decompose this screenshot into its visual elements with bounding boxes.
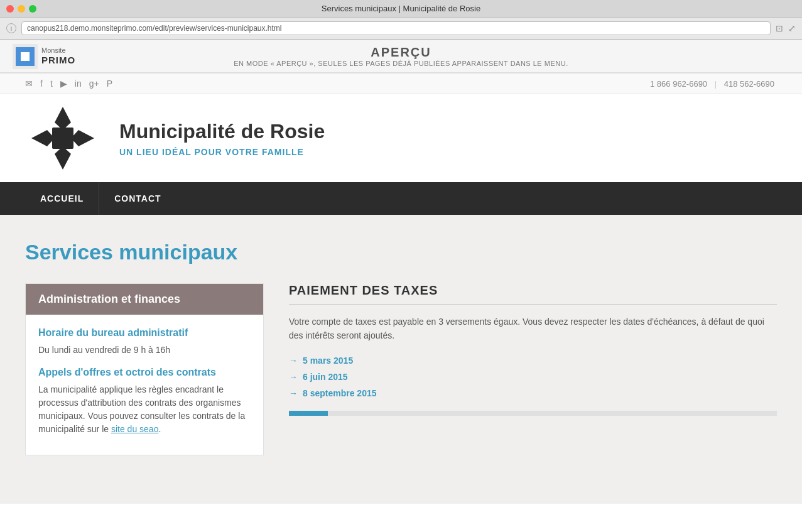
tax-date-2: → 6 juin 2015: [289, 372, 777, 382]
right-panel: PAIEMENT DES TAXES Votre compte de taxes…: [289, 283, 777, 455]
reader-icon[interactable]: ⊡: [776, 23, 783, 33]
browser-titlebar: Services municipaux | Municipalité de Ro…: [0, 0, 802, 18]
progress-bar-container: [289, 411, 777, 416]
site-subtitle: UN LIEU IDÉAL POUR VOTRE FAMILLE: [119, 147, 325, 157]
tax-title: PAIEMENT DES TAXES: [289, 283, 777, 305]
bookmark-icon[interactable]: ⤢: [788, 23, 796, 33]
left-panel: Administration et finances Horaire du bu…: [25, 283, 264, 455]
nav-list: ACCUEIL CONTACT: [25, 182, 777, 215]
tax-dates-list: → 5 mars 2015 → 6 juin 2015 → 8 septembr…: [289, 356, 777, 398]
svg-marker-1: [55, 146, 71, 170]
section-title-appels: Appels d'offres et octroi des contrats: [38, 367, 251, 378]
section-text-horaire: Du lundi au vendredi de 9 h à 16h: [38, 344, 251, 357]
apercu-title: APERÇU: [234, 45, 568, 60]
arrow-icon-2: →: [289, 372, 298, 382]
panel-body: Horaire du bureau administratif Du lundi…: [26, 315, 263, 455]
svg-marker-0: [55, 107, 71, 130]
phone1: 1 866 962-6690: [650, 79, 707, 89]
arrow-icon-3: →: [289, 388, 298, 398]
page-title: Services municipaux: [25, 240, 777, 264]
traffic-lights: [6, 5, 36, 13]
browser-urlbar: i canopus218.demo.monsiteprimo.com/edit/…: [0, 18, 802, 40]
tax-date-link-1[interactable]: 5 mars 2015: [303, 356, 353, 366]
browser-title: Services municipaux | Municipalité de Ro…: [322, 4, 480, 13]
site-title: Municipalité de Rosie: [119, 120, 325, 143]
section-text-appels: La municipalité applique les règles enca…: [38, 383, 251, 436]
apercu-subtitle: EN MODE « APERÇU », SEULES LES PAGES DÉJ…: [234, 60, 568, 67]
primo-logo-text: Monsite PRIMO: [41, 46, 75, 66]
panel-header: Administration et finances: [26, 284, 263, 315]
tax-date-1: → 5 mars 2015: [289, 356, 777, 366]
facebook-icon[interactable]: f: [40, 79, 43, 89]
youtube-icon[interactable]: ▶: [60, 79, 67, 89]
primo-banner: Monsite PRIMO APERÇU EN MODE « APERÇU »,…: [0, 40, 802, 73]
primo-logo: Monsite PRIMO: [13, 44, 75, 69]
pinterest-icon[interactable]: P: [107, 79, 112, 89]
content-grid: Administration et finances Horaire du bu…: [25, 283, 777, 455]
nav-link-contact[interactable]: CONTACT: [99, 182, 176, 215]
traffic-light-red[interactable]: [6, 5, 14, 13]
linkedin-icon[interactable]: in: [75, 79, 82, 89]
nav-item-contact: CONTACT: [99, 182, 176, 215]
phone-separator: |: [715, 79, 717, 89]
email-icon[interactable]: ✉: [25, 79, 33, 89]
tax-date-link-2[interactable]: 6 juin 2015: [303, 372, 348, 382]
progress-bar-fill: [289, 411, 328, 416]
site-title-block: Municipalité de Rosie UN LIEU IDÉAL POUR…: [119, 120, 325, 157]
phone2: 418 562-6690: [724, 79, 774, 89]
googleplus-icon[interactable]: g+: [89, 79, 99, 89]
site-header: Municipalité de Rosie UN LIEU IDÉAL POUR…: [0, 94, 802, 182]
svg-marker-3: [71, 130, 94, 146]
browser-chrome: Services municipaux | Municipalité de Ro…: [0, 0, 802, 40]
section-title-horaire: Horaire du bureau administratif: [38, 327, 251, 339]
main-nav: ACCUEIL CONTACT: [0, 182, 802, 215]
svg-rect-4: [52, 128, 73, 149]
info-icon: i: [6, 23, 16, 33]
traffic-light-yellow[interactable]: [18, 5, 25, 13]
svg-marker-2: [31, 130, 55, 146]
logo-svg: [28, 104, 97, 173]
nav-link-accueil[interactable]: ACCUEIL: [25, 182, 99, 215]
panel-header-title: Administration et finances: [38, 293, 251, 306]
primo-center: APERÇU EN MODE « APERÇU », SEULES LES PA…: [234, 45, 568, 67]
phone-numbers: 1 866 962-6690 | 418 562-6690: [648, 79, 777, 89]
twitter-icon[interactable]: t: [50, 79, 53, 89]
traffic-light-green[interactable]: [29, 5, 36, 13]
top-bar: ✉ f t ▶ in g+ P 1 866 962-6690 | 418 562…: [0, 73, 802, 94]
url-actions: ⊡ ⤢: [776, 23, 796, 33]
nav-item-accueil: ACCUEIL: [25, 182, 99, 215]
tax-description: Votre compte de taxes est payable en 3 v…: [289, 315, 777, 343]
seao-link[interactable]: site du seao: [111, 424, 159, 434]
main-content-area: Services municipaux Administration et fi…: [0, 215, 802, 504]
url-bar[interactable]: canopus218.demo.monsiteprimo.com/edit/pr…: [21, 21, 771, 35]
site-logo: [25, 100, 100, 176]
social-icons: ✉ f t ▶ in g+ P: [25, 79, 112, 89]
tax-date-link-3[interactable]: 8 septembre 2015: [303, 388, 377, 398]
arrow-icon-1: →: [289, 356, 298, 366]
tax-date-3: → 8 septembre 2015: [289, 388, 777, 398]
